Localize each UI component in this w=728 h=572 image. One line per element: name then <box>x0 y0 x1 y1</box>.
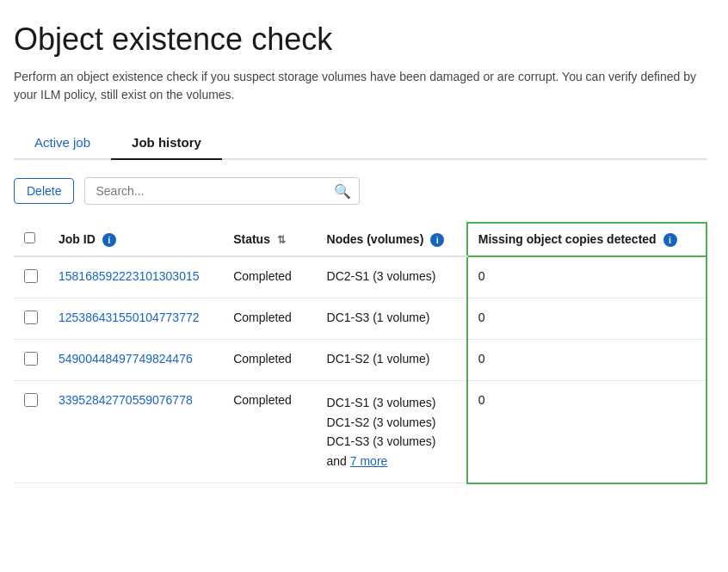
row2-job-id-link[interactable]: 125386431550104773772 <box>59 311 200 324</box>
page-title: Object existence check <box>14 21 707 58</box>
row4-node-2: DC1-S2 (3 volumes) <box>327 413 456 432</box>
th-status-label: Status <box>233 232 270 246</box>
row3-status: Completed <box>233 352 292 366</box>
row4-node-3: DC1-S3 (3 volumes) <box>327 432 456 451</box>
row4-job-id-link[interactable]: 33952842770559076778 <box>59 393 193 407</box>
row1-status-cell: Completed <box>223 256 316 298</box>
row2-missing-cell: 0 <box>467 298 706 340</box>
select-all-checkbox[interactable] <box>24 232 35 243</box>
th-nodes: Nodes (volumes) i <box>317 223 467 256</box>
table-row: 125386431550104773772 Completed DC1-S3 (… <box>14 298 706 340</box>
delete-button[interactable]: Delete <box>14 178 74 204</box>
row3-missing: 0 <box>478 352 485 366</box>
toolbar: Delete 🔍 <box>14 177 707 205</box>
page-container: Object existence check Perform an object… <box>0 0 728 505</box>
tabs-container: Active job Job history <box>14 125 707 160</box>
search-input[interactable] <box>84 177 360 205</box>
row4-nodes-multiline: DC1-S1 (3 volumes) DC1-S2 (3 volumes) DC… <box>327 393 456 471</box>
th-job-id-label: Job ID <box>59 232 96 246</box>
th-checkbox <box>14 223 48 256</box>
row4-job-id-cell: 33952842770559076778 <box>48 381 223 483</box>
job-id-info-icon[interactable]: i <box>102 233 116 247</box>
row1-job-id-link[interactable]: 158168592223101303015 <box>59 269 200 283</box>
row2-status: Completed <box>233 311 292 324</box>
row1-job-id-cell: 158168592223101303015 <box>48 256 223 298</box>
row2-job-id-cell: 125386431550104773772 <box>48 298 223 340</box>
row1-checkbox[interactable] <box>24 269 38 283</box>
table-row: 33952842770559076778 Completed DC1-S1 (3… <box>14 381 706 483</box>
row4-checkbox[interactable] <box>24 393 38 407</box>
th-nodes-label: Nodes (volumes) <box>327 232 424 246</box>
row4-status: Completed <box>233 393 292 407</box>
row3-job-id-link[interactable]: 54900448497749824476 <box>59 352 193 366</box>
row2-nodes-cell: DC1-S3 (1 volume) <box>317 298 467 340</box>
row2-checkbox[interactable] <box>24 311 38 324</box>
row1-nodes: DC2-S1 (3 volumes) <box>327 269 436 283</box>
row3-checkbox-cell <box>14 340 48 381</box>
row4-checkbox-cell <box>14 381 48 483</box>
row4-node-1: DC1-S1 (3 volumes) <box>327 393 456 412</box>
row4-missing: 0 <box>478 393 485 407</box>
row4-missing-cell: 0 <box>467 381 706 483</box>
table-row: 54900448497749824476 Completed DC1-S2 (1… <box>14 340 706 381</box>
row3-nodes: DC1-S2 (1 volume) <box>327 352 430 366</box>
tab-job-history[interactable]: Job history <box>111 126 222 160</box>
row4-status-cell: Completed <box>223 381 316 483</box>
row1-status: Completed <box>233 269 292 283</box>
missing-info-icon[interactable]: i <box>663 233 677 247</box>
row4-nodes-cell: DC1-S1 (3 volumes) DC1-S2 (3 volumes) DC… <box>317 381 467 483</box>
nodes-info-icon[interactable]: i <box>430 233 444 247</box>
th-missing-label: Missing object copies detected <box>478 232 657 246</box>
page-description: Perform an object existence check if you… <box>14 68 707 104</box>
row2-status-cell: Completed <box>223 298 316 340</box>
status-sort-icon[interactable]: ⇅ <box>277 234 286 246</box>
search-container: 🔍 <box>84 177 360 205</box>
jobs-table: Job ID i Status ⇅ Nodes (volumes) i Miss… <box>14 222 707 483</box>
row1-nodes-cell: DC2-S1 (3 volumes) <box>317 256 467 298</box>
row2-missing: 0 <box>478 311 485 324</box>
row1-checkbox-cell <box>14 256 48 298</box>
row3-status-cell: Completed <box>223 340 316 381</box>
th-status: Status ⇅ <box>223 223 316 256</box>
row3-job-id-cell: 54900448497749824476 <box>48 340 223 381</box>
row2-checkbox-cell <box>14 298 48 340</box>
row3-missing-cell: 0 <box>467 340 706 381</box>
row3-nodes-cell: DC1-S2 (1 volume) <box>317 340 467 381</box>
row3-checkbox[interactable] <box>24 352 38 366</box>
row1-missing-cell: 0 <box>467 256 706 298</box>
tab-active-job[interactable]: Active job <box>14 126 111 160</box>
row1-missing: 0 <box>478 269 485 283</box>
th-job-id: Job ID i <box>48 223 223 256</box>
row4-and-more-link[interactable]: 7 more <box>350 454 388 468</box>
th-missing: Missing object copies detected i <box>467 223 706 256</box>
table-row: 158168592223101303015 Completed DC2-S1 (… <box>14 256 706 298</box>
row4-nodes-more: and 7 more <box>327 452 456 471</box>
row2-nodes: DC1-S3 (1 volume) <box>327 311 430 324</box>
